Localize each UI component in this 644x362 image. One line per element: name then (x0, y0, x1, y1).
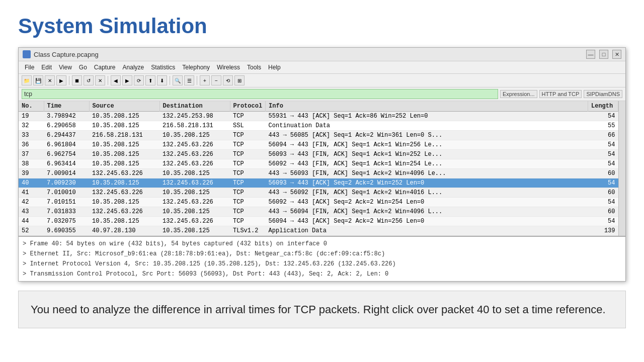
cell-len: 55 (588, 121, 618, 131)
table-row[interactable]: 52 9.690355 40.97.28.130 10.35.208.125 T… (19, 226, 618, 236)
cell-src: 10.35.208.125 (89, 140, 159, 150)
toolbar-btn-13[interactable]: 🔍 (173, 75, 183, 85)
cell-info: Application Data (266, 226, 588, 236)
cell-src: 132.245.63.226 (89, 207, 159, 217)
filter-input[interactable] (22, 89, 498, 99)
close-button[interactable]: ✕ (612, 50, 621, 59)
cell-time: 7.009014 (44, 169, 89, 178)
cell-no: 44 (19, 217, 44, 226)
table-row[interactable]: 44 7.032075 10.35.208.125 132.245.63.226… (19, 217, 618, 226)
toolbar-btn-16[interactable]: − (211, 75, 221, 85)
toolbar-btn-1[interactable]: 📁 (22, 75, 32, 85)
menu-go[interactable]: Go (76, 63, 90, 72)
cell-len: 54 (588, 112, 618, 121)
cell-no: 36 (19, 140, 44, 150)
col-time: Time (44, 101, 89, 112)
table-row[interactable]: 36 6.961804 10.35.208.125 132.245.63.226… (19, 140, 618, 150)
cell-dst: 132.245.253.98 (159, 112, 230, 121)
cell-info: 443 → 56085 [ACK] Seq=1 Ack=2 Win=361 Le… (266, 131, 588, 140)
menu-edit[interactable]: Edit (38, 63, 55, 72)
table-row[interactable]: 37 6.962754 10.35.208.125 132.245.63.226… (19, 150, 618, 159)
toolbar-btn-18[interactable]: ⊞ (234, 75, 245, 85)
cell-dst: 10.35.208.125 (159, 131, 230, 140)
cell-no: 33 (19, 131, 44, 140)
table-row[interactable]: 43 7.031833 132.245.63.226 10.35.208.125… (19, 207, 618, 217)
table-row[interactable]: 40 7.009230 10.35.208.125 132.245.63.226… (19, 178, 618, 188)
table-row[interactable]: 19 3.798942 10.35.208.125 132.245.253.98… (19, 112, 618, 121)
cell-proto: TCP (230, 150, 266, 159)
cell-no: 52 (19, 226, 44, 236)
detail-line[interactable]: > Ethernet II, Src: Microsof_b9:61:ea (2… (23, 249, 621, 259)
table-row[interactable]: 39 7.009014 132.245.63.226 10.35.208.125… (19, 169, 618, 178)
cell-time: 6.290658 (44, 121, 89, 131)
menu-statistics[interactable]: Statistics (148, 63, 178, 72)
table-row[interactable]: 32 6.290658 10.35.208.125 216.58.218.131… (19, 121, 618, 131)
menu-capture[interactable]: Capture (91, 63, 119, 72)
cell-src: 10.35.208.125 (89, 150, 159, 159)
toolbar-btn-14[interactable]: ☰ (184, 75, 194, 85)
cell-src: 216.58.218.131 (89, 131, 159, 140)
cell-src: 132.245.63.226 (89, 169, 159, 178)
toolbar-btn-15[interactable]: + (200, 75, 210, 85)
cell-proto: TLSv1.2 (230, 226, 266, 236)
col-proto: Protocol (230, 101, 266, 112)
toolbar-btn-2[interactable]: 💾 (33, 75, 43, 85)
cell-src: 10.35.208.125 (89, 112, 159, 121)
table-row[interactable]: 38 6.963414 10.35.208.125 132.245.63.226… (19, 159, 618, 169)
cell-src: 10.35.208.125 (89, 159, 159, 169)
instruction-box: You need to analyze the difference in ar… (18, 291, 626, 328)
table-row[interactable]: 42 7.010151 10.35.208.125 132.245.63.226… (19, 198, 618, 207)
toolbar-btn-12[interactable]: ⬇ (157, 75, 167, 85)
menu-view[interactable]: View (56, 63, 75, 72)
maximize-button[interactable]: □ (599, 50, 608, 59)
menu-wireless[interactable]: Wireless (214, 63, 243, 72)
toolbar-btn-10[interactable]: ⟳ (134, 75, 144, 85)
cell-info: 56094 → 443 [ACK] Seq=2 Ack=2 Win=256 Le… (266, 217, 588, 226)
cell-src: 10.35.208.125 (89, 121, 159, 131)
cell-len: 139 (588, 226, 618, 236)
menu-bar: File Edit View Go Capture Analyze Statis… (19, 61, 625, 74)
http-tcp-btn[interactable]: HTTP and TCP (539, 90, 582, 98)
menu-file[interactable]: File (22, 63, 37, 72)
menu-help[interactable]: Help (265, 63, 284, 72)
cell-len: 54 (588, 150, 618, 159)
cell-info: 56093 → 443 [FIN, ACK] Seq=1 Ack=1 Win=2… (266, 150, 588, 159)
detail-line[interactable]: > Frame 40: 54 bytes on wire (432 bits),… (23, 239, 621, 249)
cell-no: 42 (19, 198, 44, 207)
cell-no: 40 (19, 178, 44, 188)
toolbar-btn-17[interactable]: ⟲ (223, 75, 233, 85)
cell-time: 9.690355 (44, 226, 89, 236)
toolbar-btn-11[interactable]: ⬆ (145, 75, 155, 85)
expression-btn[interactable]: Expression... (500, 90, 537, 98)
menu-tools[interactable]: Tools (244, 63, 264, 72)
cell-info: 55931 → 443 [ACK] Seq=1 Ack=86 Win=252 L… (266, 112, 588, 121)
detail-line[interactable]: > Internet Protocol Version 4, Src: 10.3… (23, 259, 621, 269)
toolbar-btn-8[interactable]: ◀ (111, 75, 121, 85)
menu-analyze[interactable]: Analyze (120, 63, 147, 72)
col-info: Info (266, 101, 588, 112)
toolbar-btn-4[interactable]: ▶ (56, 75, 66, 85)
cell-time: 7.010151 (44, 198, 89, 207)
cell-no: 41 (19, 188, 44, 198)
table-row[interactable]: 41 7.010010 132.245.63.226 10.35.208.125… (19, 188, 618, 198)
detail-line[interactable]: > Transmission Control Protocol, Src Por… (23, 269, 621, 279)
scrollbar[interactable] (618, 101, 625, 236)
title-bar: Class Capture.pcapng — □ ✕ (19, 48, 625, 61)
cell-len: 54 (588, 140, 618, 150)
toolbar-btn-7[interactable]: ✕ (95, 75, 105, 85)
sipdiamdns-btn[interactable]: SIPDiamDNS (584, 90, 622, 98)
toolbar-btn-5[interactable]: ⏹ (72, 75, 82, 85)
cell-time: 6.961804 (44, 140, 89, 150)
cell-no: 39 (19, 169, 44, 178)
toolbar-btn-9[interactable]: ▶ (122, 75, 132, 85)
menu-telephony[interactable]: Telephony (179, 63, 213, 72)
app-icon (23, 50, 31, 58)
toolbar-btn-3[interactable]: ✕ (45, 75, 55, 85)
cell-proto: TCP (230, 198, 266, 207)
toolbar-btn-6[interactable]: ↺ (84, 75, 94, 85)
table-row[interactable]: 33 6.294437 216.58.218.131 10.35.208.125… (19, 131, 618, 140)
cell-dst: 132.245.63.226 (159, 217, 230, 226)
cell-dst: 10.35.208.125 (159, 207, 230, 217)
cell-info: 56092 → 443 [FIN, ACK] Seq=1 Ack=1 Win=2… (266, 159, 588, 169)
minimize-button[interactable]: — (586, 50, 595, 59)
